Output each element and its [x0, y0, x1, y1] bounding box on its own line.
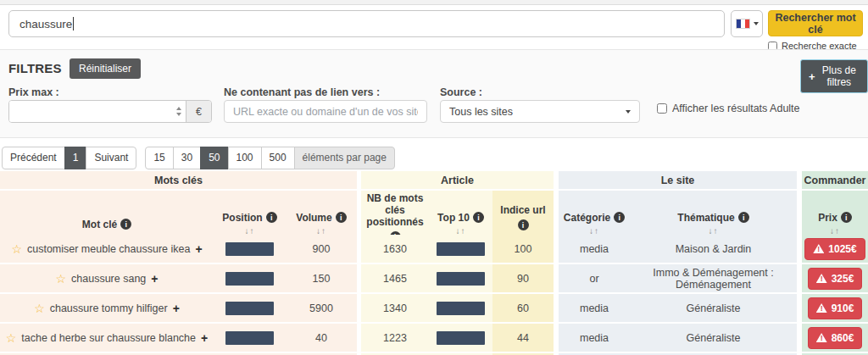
page-size-500-button[interactable]: 500	[261, 147, 295, 169]
group-header-row: Mots clés Article Le site Commander	[0, 171, 868, 189]
page-size-30-button[interactable]: 30	[173, 147, 201, 169]
adult-results-checkbox[interactable]	[657, 103, 667, 114]
column-label: Indice url	[500, 204, 545, 216]
indice-cell: 44	[492, 324, 554, 352]
position-cell	[214, 235, 286, 263]
adult-results-option[interactable]: Afficher les résultats Adulte	[657, 103, 800, 114]
keyword-text[interactable]: chaussure tommy hilfiger	[50, 302, 168, 314]
more-filters-button[interactable]: + Plus de filtres	[800, 59, 868, 93]
price-max-input-group: €	[8, 100, 212, 123]
table-row: ☆ tache d herbe sur chaussure blanche + …	[0, 324, 868, 352]
keyword-text[interactable]: customiser meuble chaussure ikea	[27, 243, 190, 255]
info-icon[interactable]: i	[473, 212, 484, 223]
volume-cell: 900	[286, 235, 357, 263]
group-order: Commander	[802, 171, 868, 189]
source-label: Source :	[440, 86, 482, 98]
top-strip	[0, 0, 868, 5]
filters-title: FILTRES	[8, 61, 62, 75]
info-icon[interactable]: i	[614, 212, 625, 223]
column-label: NB de mots clés positionnés	[363, 192, 427, 228]
language-flag-dropdown[interactable]	[731, 10, 763, 37]
top10-redacted-bar	[437, 302, 485, 315]
column-label: Mot clé	[82, 219, 117, 230]
info-icon[interactable]: i	[518, 219, 529, 230]
reset-filters-button[interactable]: Réinitialiser	[70, 58, 141, 79]
thematique-cell: Généraliste	[630, 324, 797, 352]
results-table: Mots clés Article Le site Commander Mot …	[0, 171, 868, 355]
euro-addon: €	[186, 101, 211, 122]
categorie-cell: media	[559, 294, 630, 322]
warning-icon	[813, 244, 824, 253]
keyword-text[interactable]: chaussure sang	[71, 273, 146, 285]
page-size-50-button[interactable]: 50	[200, 147, 228, 169]
stepper-up-icon[interactable]	[176, 107, 181, 110]
position-redacted-bar	[225, 302, 274, 315]
group-site: Le site	[559, 171, 797, 189]
pagination-bar: Précédent 1 Suivant 15 30 50 100 500 élé…	[2, 147, 395, 169]
add-keyword-icon[interactable]: +	[201, 331, 208, 345]
star-icon[interactable]: ☆	[11, 243, 22, 255]
position-cell	[214, 324, 286, 352]
french-flag-icon	[736, 19, 750, 29]
top10-cell	[429, 294, 492, 322]
order-price-button[interactable]: 860€	[808, 327, 863, 349]
price-label: 325€	[832, 273, 854, 285]
order-price-button[interactable]: 910€	[808, 297, 863, 319]
keyword-cell: ☆ chaussure tommy hilfiger +	[0, 294, 214, 322]
next-page-button[interactable]: Suivant	[86, 147, 136, 169]
position-cell	[214, 294, 286, 322]
keyword-search-input[interactable]	[8, 10, 725, 37]
per-page-label: éléments par page	[294, 147, 395, 169]
price-max-input[interactable]	[9, 101, 172, 122]
categorie-cell: media	[559, 324, 630, 352]
group-article: Article	[361, 171, 554, 189]
keyword-text[interactable]: tache d herbe sur chaussure blanche	[21, 332, 196, 344]
add-keyword-icon[interactable]: +	[195, 242, 202, 256]
page-size-15-button[interactable]: 15	[145, 147, 173, 169]
column-header-row: Mot cléi Positioni ↓↑ Volumei ↓↑ NB de m…	[0, 191, 868, 233]
filters-panel: FILTRES Réinitialiser + Plus de filtres …	[0, 49, 868, 138]
warning-icon	[816, 274, 827, 283]
add-keyword-icon[interactable]: +	[173, 302, 180, 315]
top10-cell	[429, 264, 492, 292]
search-keyword-button[interactable]: Rechercher mot clé	[768, 10, 863, 36]
nb-cell: 1630	[361, 235, 429, 263]
price-max-label: Prix max :	[8, 86, 59, 98]
info-icon[interactable]: i	[841, 212, 852, 223]
indice-cell: 90	[492, 264, 554, 292]
plus-icon: +	[809, 70, 815, 83]
page-size-100-button[interactable]: 100	[228, 147, 262, 169]
info-icon[interactable]: i	[266, 212, 277, 223]
info-icon[interactable]: i	[120, 219, 131, 230]
current-page-button[interactable]: 1	[64, 147, 87, 169]
column-label: Catégorie	[564, 212, 610, 224]
thematique-cell: Maison & Jardin	[630, 235, 797, 263]
chevron-down-icon	[754, 22, 759, 25]
page-size-group: 15 30 50 100 500 éléments par page	[145, 147, 395, 169]
add-keyword-icon[interactable]: +	[151, 272, 158, 286]
keyword-cell: ☆ customiser meuble chaussure ikea +	[0, 235, 214, 263]
order-price-button[interactable]: 1025€	[804, 238, 865, 260]
stepper-down-icon[interactable]	[176, 113, 181, 116]
price-label: 910€	[832, 302, 854, 314]
source-select[interactable]: Tous les sites	[440, 100, 640, 123]
top10-cell	[429, 324, 492, 352]
price-label: 860€	[832, 332, 854, 344]
info-icon[interactable]: i	[738, 212, 749, 223]
top10-redacted-bar	[437, 272, 485, 286]
star-icon[interactable]: ☆	[55, 273, 66, 285]
volume-cell: 5900	[286, 294, 357, 322]
nb-cell: 1223	[361, 324, 429, 352]
volume-cell: 40	[286, 324, 357, 352]
number-stepper[interactable]	[172, 101, 186, 122]
table-row: ☆ chaussure sang + 150 1465 90 or Immo &…	[0, 264, 868, 292]
source-select-value: Tous les sites	[449, 106, 513, 118]
previous-page-button[interactable]: Précédent	[2, 147, 65, 169]
star-icon[interactable]: ☆	[6, 332, 17, 344]
info-icon[interactable]: i	[336, 212, 347, 223]
position-redacted-bar	[225, 242, 274, 256]
exclude-link-input[interactable]	[224, 100, 427, 123]
indice-cell: 100	[492, 235, 554, 263]
order-price-button[interactable]: 325€	[808, 268, 863, 290]
star-icon[interactable]: ☆	[34, 302, 45, 314]
